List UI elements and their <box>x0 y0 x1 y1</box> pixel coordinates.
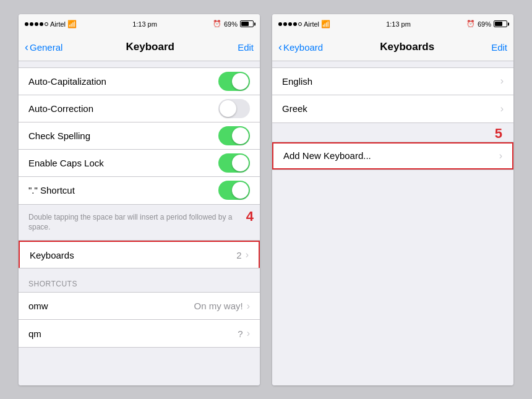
keyboards-chevron: › <box>246 249 249 260</box>
check-spelling-row[interactable]: Check Spelling <box>19 122 260 150</box>
status-bar-right: Airtel 📶 1:13 pm ⏰ 69% <box>272 14 513 34</box>
add-new-chevron: › <box>499 150 502 161</box>
signal-dots <box>25 22 48 26</box>
separator-top-right <box>272 61 513 67</box>
auto-correct-knob <box>220 100 236 117</box>
back-chevron-right: ‹ <box>278 41 282 54</box>
keyboards-count: 2 <box>236 250 241 260</box>
omw-key: omw <box>28 301 48 311</box>
carrier-left: Airtel <box>50 20 66 28</box>
dot-shortcut-label: "." Shortcut <box>28 185 75 195</box>
nav-title-right: Keyboards <box>380 41 434 53</box>
battery-percent-left: 69% <box>224 20 238 28</box>
greek-row[interactable]: Greek › <box>272 95 513 122</box>
status-left: Airtel 📶 <box>25 20 77 28</box>
status-right-left: ⏰ 69% <box>213 20 254 28</box>
r-dot1 <box>278 22 282 26</box>
keyboards-row[interactable]: Keyboards 2 › <box>19 241 260 268</box>
keyboards-right: 2 › <box>236 249 249 260</box>
greek-chevron: › <box>500 103 504 114</box>
back-chevron-left: ‹ <box>25 41 28 54</box>
r-dot2 <box>283 22 287 26</box>
dot5 <box>45 22 48 26</box>
r-dot4 <box>293 22 297 26</box>
status-right-right: ⏰ 69% <box>466 20 507 28</box>
caps-lock-toggle[interactable] <box>218 153 250 173</box>
dot4 <box>40 22 43 26</box>
keyboards-label: Keyboards <box>30 250 74 260</box>
qm-right: ? › <box>238 328 250 339</box>
nav-bar-left: ‹ General Keyboard Edit <box>19 34 260 61</box>
auto-correct-toggle[interactable] <box>218 99 250 118</box>
english-chevron: › <box>500 75 504 87</box>
right-spacer <box>272 170 513 385</box>
back-label-right: Keyboard <box>283 42 323 53</box>
check-spelling-label: Check Spelling <box>28 131 90 141</box>
dot1 <box>25 22 28 26</box>
alarm-icon-right: ⏰ <box>466 20 475 28</box>
dot-shortcut-knob <box>232 182 249 199</box>
footnote-text: Double tapping the space bar will insert… <box>19 207 246 241</box>
battery-fill-left <box>241 22 249 26</box>
add-new-label: Add New Keyboard... <box>283 150 371 161</box>
omw-row[interactable]: omw On my way! › <box>19 293 260 320</box>
wifi-icon-left: 📶 <box>67 20 77 28</box>
shortcuts-header: SHORTCUTS <box>19 275 260 292</box>
sep-shortcuts <box>19 268 260 275</box>
omw-chevron: › <box>247 301 250 312</box>
annotation-5-wrapper: 5 <box>272 123 513 142</box>
add-new-keyboard-row[interactable]: Add New Keyboard... › <box>272 142 513 169</box>
time-right: 1:13 pm <box>386 20 411 28</box>
auto-cap-knob <box>232 73 249 90</box>
annotation-4: 4 <box>246 207 260 225</box>
alarm-icon-left: ⏰ <box>213 20 221 28</box>
status-left-right: Airtel 📶 <box>278 20 330 28</box>
caps-lock-row[interactable]: Enable Caps Lock <box>19 150 260 177</box>
keyboards-list: English › Greek › <box>272 67 513 123</box>
battery-fill-right <box>495 22 502 26</box>
separator-top-left <box>19 61 260 67</box>
nav-title-left: Keyboard <box>126 41 174 53</box>
signal-dots-right <box>278 22 302 26</box>
back-button-right[interactable]: ‹ Keyboard <box>278 41 323 54</box>
qm-row[interactable]: qm ? › <box>19 320 260 347</box>
left-panel: Airtel 📶 1:13 pm ⏰ 69% ‹ General Keyboar… <box>19 14 260 385</box>
nav-bar-right: ‹ Keyboard Keyboards Edit <box>272 34 513 61</box>
qm-key: qm <box>28 328 41 339</box>
status-bar-left: Airtel 📶 1:13 pm ⏰ 69% <box>19 14 260 34</box>
dot-shortcut-row[interactable]: "." Shortcut <box>19 177 260 204</box>
shortcuts-group: omw On my way! › qm ? › <box>19 292 260 348</box>
time-left: 1:13 pm <box>132 20 157 28</box>
wifi-icon-right: 📶 <box>321 20 330 28</box>
battery-icon-right <box>494 20 507 27</box>
omw-right: On my way! › <box>194 301 250 312</box>
r-dot5 <box>298 22 302 26</box>
auto-cap-toggle[interactable] <box>218 72 250 91</box>
omw-value: On my way! <box>194 301 242 311</box>
english-row[interactable]: English › <box>272 68 513 95</box>
qm-chevron: › <box>247 328 250 339</box>
dot2 <box>30 22 33 26</box>
check-spelling-toggle[interactable] <box>218 126 250 145</box>
back-label-left: General <box>30 42 62 53</box>
annotation-5: 5 <box>495 124 508 142</box>
edit-button-left[interactable]: Edit <box>238 42 254 53</box>
edit-button-right[interactable]: Edit <box>491 42 507 53</box>
right-panel: Airtel 📶 1:13 pm ⏰ 69% ‹ Keyboard Keyboa… <box>272 14 513 385</box>
auto-cap-row[interactable]: Auto-Capitalization <box>19 68 260 95</box>
r-dot3 <box>288 22 292 26</box>
dot-shortcut-toggle[interactable] <box>218 181 250 200</box>
check-spelling-knob <box>232 127 249 144</box>
auto-cap-label: Auto-Capitalization <box>28 76 106 87</box>
carrier-right: Airtel <box>304 20 319 28</box>
auto-correct-label: Auto-Correction <box>28 103 93 114</box>
battery-percent-right: 69% <box>478 20 491 28</box>
dot3 <box>35 22 38 26</box>
auto-correct-row[interactable]: Auto-Correction <box>19 95 260 122</box>
caps-lock-knob <box>232 155 249 171</box>
back-button-left[interactable]: ‹ General <box>25 41 62 54</box>
qm-value: ? <box>238 328 242 339</box>
greek-label: Greek <box>282 103 307 114</box>
english-label: English <box>282 76 312 87</box>
caps-lock-label: Enable Caps Lock <box>28 158 104 168</box>
